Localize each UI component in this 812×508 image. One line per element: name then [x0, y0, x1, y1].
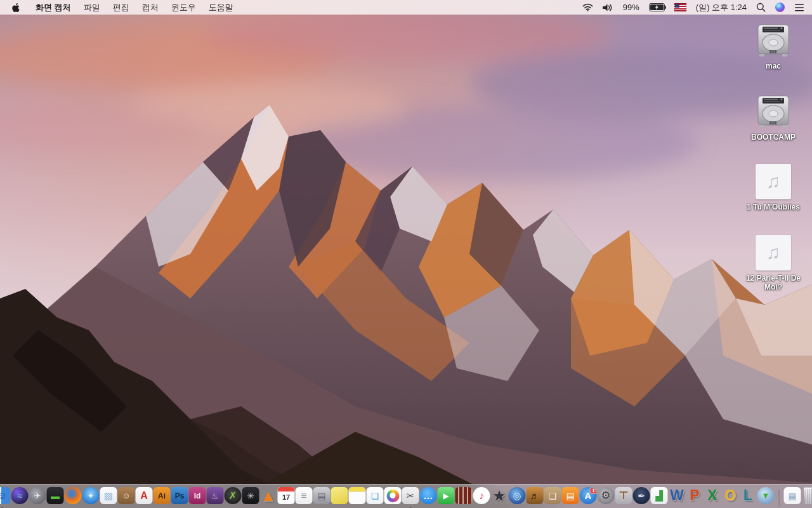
- collage-kit-app-glyph: ❏: [549, 491, 557, 500]
- wifi-icon[interactable]: [582, 0, 593, 15]
- menu-bar: 화면 캡처파일편집캡처윈도우도움말 99% (일) 오후 1:24: [0, 0, 812, 15]
- contacts-dock-item[interactable]: ☺: [118, 487, 135, 508]
- app-store-dock-item[interactable]: A1: [580, 487, 597, 508]
- desktop-icon-label: mac: [766, 62, 781, 70]
- toast-dock-item[interactable]: ♨: [207, 487, 224, 508]
- volume-icon[interactable]: [603, 0, 613, 15]
- desktop-wallpaper: [0, 0, 812, 508]
- siri-icon[interactable]: [775, 0, 785, 15]
- excel-dock-item[interactable]: X: [704, 487, 721, 508]
- system-preferences-dock-item[interactable]: ⚙: [598, 487, 615, 508]
- acrobat-reader-dock-item[interactable]: A: [136, 487, 153, 508]
- siri-dock-item[interactable]: ≈: [11, 487, 29, 508]
- numbers-old-dock-item[interactable]: ▟: [651, 487, 668, 508]
- pages-old-dock-item[interactable]: ✒: [633, 487, 650, 508]
- photo-booth-dock-item[interactable]: [455, 487, 473, 508]
- archive-box-app-dock-item[interactable]: ▤: [313, 487, 331, 508]
- reminders-dock-item[interactable]: ≡: [296, 487, 313, 508]
- menu-item-capture[interactable]: 캡처: [136, 0, 165, 15]
- fan-drive-utility-glyph: ✳: [247, 491, 254, 500]
- powerpoint-dock-item[interactable]: P: [686, 487, 704, 508]
- stickies-dock-item[interactable]: [331, 487, 348, 508]
- garageband-dock-item[interactable]: ♬: [527, 487, 544, 508]
- battery-charging-icon[interactable]: [649, 0, 665, 15]
- ibooks-glyph: ▤: [566, 491, 574, 500]
- menu-item-window[interactable]: 윈도우: [165, 0, 202, 15]
- green-x-disc-app-dock-item[interactable]: ✗: [225, 487, 242, 508]
- apple-menu[interactable]: [8, 0, 29, 15]
- hard-drive-icon: [755, 23, 792, 58]
- itunes-glyph: ♪: [479, 491, 484, 501]
- notes-dock-item[interactable]: [349, 487, 366, 508]
- cards-app-icon: ❏: [367, 487, 384, 504]
- desktop-icon-audio-2[interactable]: ♫12 Parle-T-Il De Moi?: [736, 235, 811, 291]
- outlook-dock-item[interactable]: O: [722, 487, 739, 508]
- grab-dock-item[interactable]: ✂: [402, 487, 419, 508]
- input-source-flag-icon[interactable]: [674, 0, 686, 15]
- desktop-icon-label: 1 Tu M'Oublies: [747, 203, 800, 211]
- numbers-old-glyph: ▟: [655, 491, 663, 500]
- cards-app-dock-item[interactable]: ❏: [367, 487, 384, 508]
- desktop-icon-label: BOOTCAMP: [751, 133, 796, 142]
- collage-kit-app-icon: ❏: [544, 487, 561, 504]
- menu-item-file[interactable]: 파일: [77, 0, 107, 15]
- outlook-icon: O: [722, 487, 739, 504]
- pages-old-icon: ✒: [633, 487, 650, 504]
- fan-drive-utility-dock-item[interactable]: ✳: [242, 487, 259, 508]
- desktop-icon-mac[interactable]: mac: [736, 23, 811, 70]
- indesign-dock-item[interactable]: Id: [189, 487, 206, 508]
- powerpoint-icon: P: [686, 487, 704, 504]
- dock-divider: [779, 490, 780, 507]
- numbers-old-icon: ▟: [651, 487, 668, 504]
- battery-percent[interactable]: 99%: [623, 0, 639, 15]
- finder-dock-item[interactable]: ☺: [0, 487, 11, 508]
- trash-full-icon: [803, 487, 812, 504]
- calendar-dock-item[interactable]: 17: [278, 487, 295, 508]
- audio-file-icon: ♫: [756, 235, 791, 271]
- word-icon: W: [669, 487, 686, 504]
- imovie-glyph: ★: [492, 488, 506, 504]
- ibooks-dock-item[interactable]: ▤: [562, 487, 579, 508]
- desktop-icon-bootcamp[interactable]: BOOTCAMP: [736, 94, 811, 142]
- imovie-dock-item[interactable]: ★: [491, 487, 508, 508]
- notification-center-icon[interactable]: [794, 0, 804, 15]
- menu-item-edit[interactable]: 편집: [107, 0, 136, 15]
- spotlight-icon[interactable]: [756, 0, 766, 15]
- desktop-icon-audio-1[interactable]: ♫1 Tu M'Oublies: [736, 164, 811, 211]
- toast-icon: ♨: [207, 487, 224, 504]
- photoshop-dock-item[interactable]: Ps: [171, 487, 188, 508]
- eyetv-icon: ▬: [47, 487, 64, 504]
- menu-item-app-name[interactable]: 화면 캡처: [29, 0, 77, 15]
- vlc-dock-item[interactable]: ▲: [260, 487, 277, 508]
- menu-item-help[interactable]: 도움말: [202, 0, 240, 15]
- lync-dock-item[interactable]: L: [740, 487, 757, 508]
- contacts-glyph: ☺: [122, 491, 130, 500]
- launchpad-dock-item[interactable]: ✈: [29, 487, 46, 508]
- trash-full-dock-item[interactable]: [802, 487, 812, 508]
- eyetv-dock-item[interactable]: ▬: [47, 487, 64, 508]
- firefox-dock-item[interactable]: [65, 487, 82, 508]
- facetime-dock-item[interactable]: ▶: [438, 487, 455, 508]
- safari-dock-item[interactable]: ✦: [82, 487, 100, 508]
- itunes-icon: ♪: [473, 487, 490, 504]
- reminders-glyph: ≡: [301, 491, 306, 501]
- preview-dock-item[interactable]: ▨: [100, 487, 117, 508]
- illustrator-dock-item[interactable]: Ai: [154, 487, 171, 508]
- pages-old-glyph: ✒: [638, 491, 645, 500]
- photos-dock-item[interactable]: [384, 487, 402, 508]
- itunes-dock-item[interactable]: ♪: [473, 487, 490, 508]
- menu-clock[interactable]: (일) 오후 1:24: [696, 0, 747, 15]
- downloads-doc-glyph: ▦: [788, 491, 796, 500]
- download-manager-glyph: ▼: [762, 491, 770, 500]
- word-dock-item[interactable]: W: [669, 487, 686, 508]
- downloads-doc-dock-item[interactable]: ▦: [784, 487, 801, 508]
- keynote-old-dock-item[interactable]: ⊤: [615, 487, 632, 508]
- excel-glyph: X: [707, 488, 717, 503]
- download-manager-dock-item[interactable]: ▼: [757, 487, 775, 508]
- photoshop-icon: Ps: [171, 487, 188, 504]
- menu-left: 화면 캡처파일편집캡처윈도우도움말: [8, 0, 240, 15]
- collage-kit-app-dock-item[interactable]: ❏: [544, 487, 561, 508]
- messages-dock-item[interactable]: …: [420, 487, 437, 508]
- idvd-dock-item[interactable]: ◎: [509, 487, 526, 508]
- indesign-glyph: Id: [194, 492, 201, 500]
